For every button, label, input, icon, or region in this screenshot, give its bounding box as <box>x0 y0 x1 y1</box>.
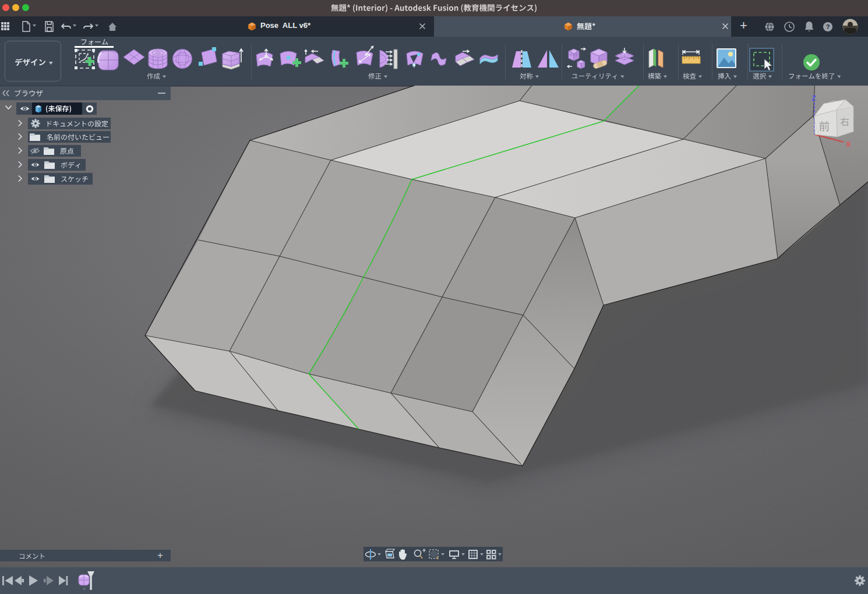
svg-text:Z: Z <box>811 94 816 102</box>
svg-text:?: ? <box>826 23 830 30</box>
svg-text:X: X <box>846 140 851 148</box>
